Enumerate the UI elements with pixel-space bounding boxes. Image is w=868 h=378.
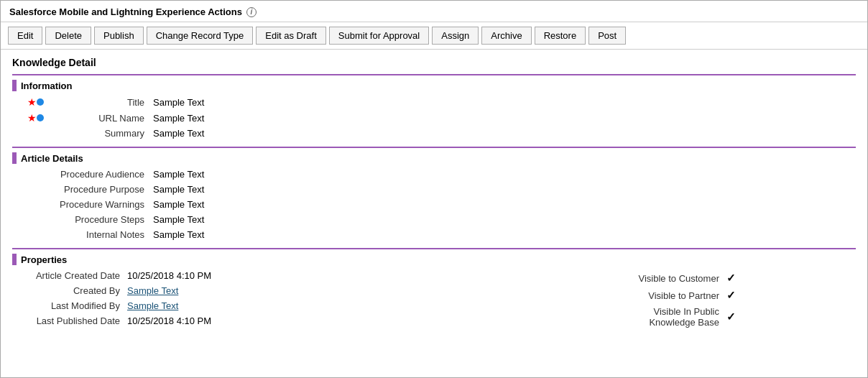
- required-icon: ★: [27, 112, 37, 124]
- field-empty-cell: [12, 227, 48, 242]
- field-label: Procedure Warnings: [48, 197, 149, 212]
- table-row: Procedure PurposeSample Text: [12, 182, 856, 197]
- action-btn-post[interactable]: Post: [588, 27, 626, 45]
- prop-link[interactable]: Sample Text: [127, 300, 178, 311]
- info-icon[interactable]: i: [246, 7, 257, 17]
- table-row: SummarySample Text: [12, 126, 856, 141]
- field-label: Summary: [48, 126, 149, 141]
- article-details-table: Procedure AudienceSample TextProcedure P…: [12, 167, 856, 242]
- required-icon: ★: [27, 96, 37, 108]
- prop-label: Last Modified By: [12, 300, 127, 311]
- action-btn-delete[interactable]: Delete: [45, 27, 91, 45]
- table-row: Procedure StepsSample Text: [12, 212, 856, 227]
- prop-label: Article Created Date: [12, 270, 127, 281]
- list-item: Article Created Date10/25/2018 4:10 PM: [12, 268, 583, 283]
- prop-value[interactable]: Sample Text: [127, 300, 178, 311]
- table-row: Procedure AudienceSample Text: [12, 167, 856, 182]
- section-article-details: Article Details Procedure AudienceSample…: [12, 147, 856, 242]
- section-properties-header: Properties: [12, 248, 856, 268]
- field-value: Sample Text: [149, 197, 856, 212]
- page-header-title: Salesforce Mobile and Lightning Experien…: [9, 6, 242, 17]
- field-empty-cell: [12, 182, 48, 197]
- field-label: Procedure Audience: [48, 167, 149, 182]
- field-value: Sample Text: [149, 167, 856, 182]
- page-title: Knowledge Detail: [12, 57, 856, 68]
- action-btn-archive[interactable]: Archive: [481, 27, 531, 45]
- field-value: Sample Text: [149, 110, 856, 126]
- field-empty-cell: [12, 197, 48, 212]
- section-properties-label: Properties: [21, 254, 67, 265]
- section-information: Information ★TitleSample Text★URL NameSa…: [12, 74, 856, 141]
- right-prop-label: Visible to Customer: [583, 273, 726, 284]
- action-bar: EditDeletePublishChange Record TypeEdit …: [1, 22, 867, 50]
- action-btn-restore[interactable]: Restore: [535, 27, 586, 45]
- information-table: ★TitleSample Text★URL NameSample TextSum…: [12, 94, 856, 141]
- section-properties: Properties Article Created Date10/25/201…: [12, 248, 856, 330]
- field-empty-cell: [12, 212, 48, 227]
- list-item: Last Modified BySample Text: [12, 298, 583, 313]
- section-bar-icon: [12, 152, 17, 164]
- table-row: Procedure WarningsSample Text: [12, 197, 856, 212]
- field-value: Sample Text: [149, 227, 856, 242]
- action-btn-edit[interactable]: Edit: [8, 27, 42, 45]
- right-prop-label: Visible to Partner: [583, 290, 726, 301]
- prop-value: 10/25/2018 4:10 PM: [127, 270, 211, 281]
- section-article-details-label: Article Details: [21, 153, 83, 164]
- field-icons-cell: ★: [12, 94, 48, 110]
- section-information-label: Information: [21, 80, 73, 91]
- check-icon: ✓: [726, 310, 736, 323]
- prop-value[interactable]: Sample Text: [127, 285, 178, 296]
- action-btn-assign[interactable]: Assign: [432, 27, 479, 45]
- field-value: Sample Text: [149, 182, 856, 197]
- action-btn-submit-for-approval[interactable]: Submit for Approval: [329, 27, 429, 45]
- right-prop-label: Visible In PublicKnowledge Base: [583, 306, 726, 328]
- field-empty-cell: [12, 167, 48, 182]
- table-row: ★TitleSample Text: [12, 94, 856, 110]
- prop-label: Last Published Date: [12, 315, 127, 326]
- dot-icon: [37, 98, 44, 106]
- prop-link[interactable]: Sample Text: [127, 285, 178, 296]
- field-icons-cell: [12, 126, 48, 141]
- list-item: Visible to Customer✓: [583, 269, 856, 287]
- prop-label: Created By: [12, 285, 127, 296]
- list-item: Last Published Date10/25/2018 4:10 PM: [12, 313, 583, 328]
- field-icons-cell: ★: [12, 110, 48, 126]
- field-label: Title: [48, 94, 149, 110]
- section-bar-icon: [12, 80, 17, 91]
- field-value: Sample Text: [149, 94, 856, 110]
- properties-grid: Article Created Date10/25/2018 4:10 PMCr…: [12, 268, 856, 330]
- action-btn-edit-as-draft[interactable]: Edit as Draft: [256, 27, 326, 45]
- check-icon: ✓: [726, 272, 736, 285]
- field-value: Sample Text: [149, 126, 856, 141]
- field-label: Procedure Steps: [48, 212, 149, 227]
- section-information-header: Information: [12, 74, 856, 94]
- section-bar-icon: [12, 254, 17, 265]
- dot-icon: [37, 114, 44, 121]
- field-value: Sample Text: [149, 212, 856, 227]
- field-label: Procedure Purpose: [48, 182, 149, 197]
- action-btn-publish[interactable]: Publish: [94, 27, 144, 45]
- section-article-details-header: Article Details: [12, 147, 856, 167]
- field-label: Internal Notes: [48, 227, 149, 242]
- check-icon: ✓: [726, 289, 736, 302]
- list-item: Visible In PublicKnowledge Base✓: [583, 304, 856, 330]
- prop-value: 10/25/2018 4:10 PM: [127, 315, 211, 326]
- table-row: Internal NotesSample Text: [12, 227, 856, 242]
- properties-right: Visible to Customer✓Visible to Partner✓V…: [583, 268, 856, 330]
- list-item: Visible to Partner✓: [583, 287, 856, 304]
- action-btn-change-record-type[interactable]: Change Record Type: [147, 27, 254, 45]
- content-area: Knowledge Detail Information ★TitleSampl…: [1, 50, 867, 337]
- list-item: Created BySample Text: [12, 283, 583, 298]
- page-header: Salesforce Mobile and Lightning Experien…: [1, 1, 867, 22]
- field-label: URL Name: [48, 110, 149, 126]
- table-row: ★URL NameSample Text: [12, 110, 856, 126]
- properties-left: Article Created Date10/25/2018 4:10 PMCr…: [12, 268, 583, 330]
